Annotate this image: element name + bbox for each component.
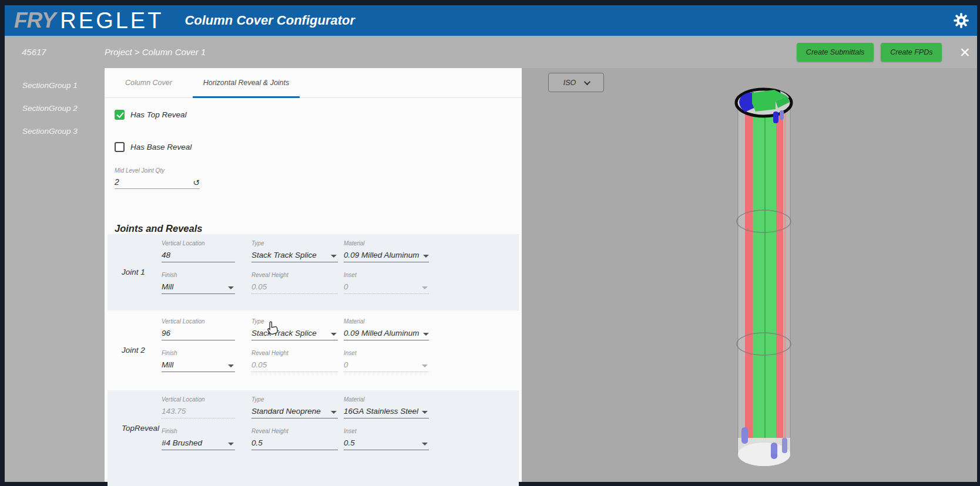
configurator-form-panel: Column Cover Horizontal Reveal & Joints …	[105, 68, 522, 482]
dropdown-caret-icon	[422, 286, 428, 289]
create-fpds-button[interactable]: Create FPDs	[881, 43, 942, 62]
joint-2-group: Joint 2 Vertical Location 96 Type Stack …	[108, 312, 519, 389]
checkbox-checked-icon[interactable]	[115, 110, 125, 120]
joint2-inset-select: 0	[344, 357, 429, 372]
joint1-reveal-height-input: 0.05	[251, 279, 338, 294]
joint1-material-select[interactable]: 0.09 Milled Aluminum	[344, 248, 429, 262]
dropdown-caret-icon	[331, 255, 337, 258]
topreveal-material-select[interactable]: 16GA Stainless Steel	[344, 404, 429, 419]
topreveal-group: TopReveal Vertical Location 143.75 Type …	[108, 390, 519, 486]
dropdown-caret-icon	[422, 365, 428, 367]
joint2-type-field: Type Stack Track Splice	[251, 318, 344, 340]
joint2-reveal-height-field: Reveal Height 0.05	[251, 350, 344, 372]
gear-icon[interactable]	[954, 13, 969, 28]
joint2-material-select[interactable]: 0.09 Milled Aluminum	[344, 326, 429, 340]
joint1-finish-select[interactable]: Mill	[162, 279, 235, 294]
project-number: 45617	[22, 47, 46, 57]
joint2-finish-select[interactable]: Mill	[162, 357, 235, 372]
topreveal-reveal-height-input[interactable]: 0.5	[251, 436, 338, 450]
page-title: Column Cover Configurator	[184, 13, 355, 28]
mid-level-joint-qty-field: Mid Level Joint Qty 2 ↺	[115, 167, 200, 189]
dropdown-caret-icon	[228, 286, 234, 289]
joint1-vertical-location-field: Vertical Location 48	[162, 240, 251, 262]
app-window: FRY REGLET Column Cover Configurator	[5, 5, 977, 482]
app-header: FRY REGLET Column Cover Configurator	[5, 5, 977, 36]
joint2-reveal-height-input: 0.05	[251, 357, 338, 372]
checkbox-unchecked-icon[interactable]	[115, 142, 125, 152]
model-viewport[interactable]: ISO	[522, 68, 977, 482]
topreveal-type-field: Type Standard Neoprene	[251, 396, 344, 419]
joint2-vertical-location-field: Vertical Location 96	[162, 318, 251, 340]
dropdown-caret-icon	[228, 365, 234, 367]
section-title: Joints and Reveals	[115, 223, 512, 234]
joint1-type-select[interactable]: Stack Track Splice	[251, 248, 338, 262]
joint1-vertical-location-input[interactable]: 48	[162, 248, 235, 262]
tab-column-cover[interactable]: Column Cover	[105, 68, 193, 97]
sidebar-item-sectiongroup-3[interactable]: SectionGroup 3	[5, 120, 105, 143]
dropdown-caret-icon	[422, 443, 428, 446]
topreveal-type-select[interactable]: Standard Neoprene	[251, 404, 338, 419]
group-name: Joint 1	[108, 268, 162, 276]
joint1-reveal-height-field: Reveal Height 0.05	[251, 272, 344, 294]
sidebar-item-sectiongroup-1[interactable]: SectionGroup 1	[5, 74, 105, 97]
dropdown-caret-icon	[423, 255, 429, 258]
topreveal-finish-select[interactable]: #4 Brushed	[162, 436, 235, 450]
group-name: TopReveal	[108, 424, 162, 433]
brand-fry-logo: FRY	[14, 8, 55, 33]
dropdown-caret-icon	[422, 411, 428, 414]
undo-icon[interactable]: ↺	[193, 178, 200, 187]
topreveal-inset-field: Inset 0.5	[344, 428, 433, 450]
brand-reglet-logo: REGLET	[60, 8, 163, 33]
sidebar-item-sectiongroup-2[interactable]: SectionGroup 2	[5, 97, 105, 120]
topreveal-vertical-location-input: 143.75	[162, 404, 235, 419]
sidebar: SectionGroup 1 SectionGroup 2 SectionGro…	[5, 68, 105, 482]
joint2-material-field: Material 0.09 Milled Aluminum	[344, 318, 433, 340]
has-base-reveal-label: Has Base Reveal	[130, 143, 192, 151]
topreveal-inset-select[interactable]: 0.5	[344, 436, 429, 450]
breadcrumb: Project > Column Cover 1	[105, 47, 206, 57]
subheader-actions: Create Submittals Create FPDs ×	[797, 43, 972, 62]
tab-horizontal-reveal-joints[interactable]: Horizontal Reveal & Joints	[193, 68, 300, 97]
topreveal-material-field: Material 16GA Stainless Steel	[344, 396, 433, 419]
topreveal-vertical-location-field: Vertical Location 143.75	[162, 396, 251, 419]
joint2-type-select[interactable]: Stack Track Splice	[251, 326, 338, 340]
joint1-finish-field: Finish Mill	[162, 272, 251, 294]
joint1-type-field: Type Stack Track Splice	[251, 240, 344, 262]
dropdown-caret-icon	[228, 443, 234, 446]
group-name: Joint 2	[108, 346, 162, 355]
has-base-reveal-checkbox[interactable]: Has Base Reveal	[115, 142, 512, 152]
topreveal-finish-field: Finish #4 Brushed	[162, 428, 251, 450]
joint2-inset-field: Inset 0	[344, 350, 433, 372]
tab-bar: Column Cover Horizontal Reveal & Joints	[105, 68, 522, 98]
topreveal-reveal-height-field: Reveal Height 0.5	[251, 428, 344, 450]
dropdown-caret-icon	[331, 411, 337, 414]
joint2-vertical-location-input[interactable]: 96	[162, 326, 235, 340]
has-top-reveal-label: Has Top Reveal	[130, 110, 187, 119]
joint1-inset-field: Inset 0	[344, 272, 433, 294]
joint-1-group: Joint 1 Vertical Location 48 Type Stack …	[108, 234, 519, 310]
content-area: SectionGroup 1 SectionGroup 2 SectionGro…	[5, 68, 977, 482]
joint2-finish-field: Finish Mill	[162, 350, 251, 372]
joint1-material-field: Material 0.09 Milled Aluminum	[344, 240, 433, 262]
joint1-inset-select: 0	[344, 279, 429, 294]
subheader-bar: 45617 Project > Column Cover 1 Create Su…	[5, 36, 977, 68]
dropdown-caret-icon	[331, 333, 337, 336]
mid-level-joint-qty-label: Mid Level Joint Qty	[115, 167, 200, 174]
column-3d-model[interactable]	[522, 68, 976, 481]
close-icon[interactable]: ×	[957, 43, 972, 61]
mid-level-joint-qty-input[interactable]: 2 ↺	[115, 175, 200, 189]
create-submittals-button[interactable]: Create Submittals	[797, 43, 874, 62]
has-top-reveal-checkbox[interactable]: Has Top Reveal	[115, 110, 512, 120]
dropdown-caret-icon	[423, 333, 429, 336]
form-body: Has Top Reveal Has Base Reveal Mid Level…	[105, 98, 522, 486]
